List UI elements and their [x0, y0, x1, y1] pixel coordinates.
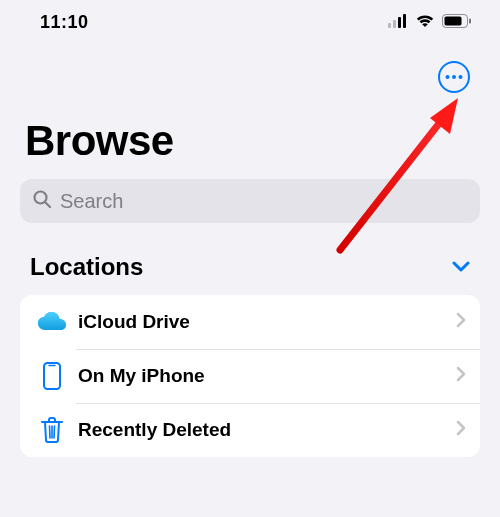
- list-item-icloud-drive[interactable]: iCloud Drive: [20, 295, 480, 349]
- locations-list: iCloud Drive On My iPhone: [20, 295, 480, 457]
- trash-icon: [32, 417, 72, 443]
- list-item-label: Recently Deleted: [72, 419, 456, 441]
- svg-rect-6: [469, 18, 471, 23]
- wifi-icon: [415, 14, 435, 32]
- search-input[interactable]: Search: [20, 179, 480, 223]
- search-icon: [32, 189, 52, 213]
- page-title: Browse: [0, 93, 500, 179]
- list-item-label: iCloud Drive: [72, 311, 456, 333]
- svg-line-11: [45, 202, 50, 207]
- svg-rect-5: [445, 16, 462, 25]
- status-indicators: [388, 14, 472, 32]
- svg-point-8: [452, 75, 456, 79]
- list-item-recently-deleted[interactable]: Recently Deleted: [20, 403, 480, 457]
- list-item-label: On My iPhone: [72, 365, 456, 387]
- list-item-on-my-iphone[interactable]: On My iPhone: [20, 349, 480, 403]
- cloud-icon: [32, 312, 72, 332]
- battery-icon: [442, 14, 472, 32]
- svg-line-15: [50, 426, 51, 438]
- svg-line-17: [54, 426, 55, 438]
- chevron-right-icon: [456, 420, 466, 440]
- svg-rect-0: [388, 23, 391, 28]
- svg-rect-2: [398, 17, 401, 28]
- search-placeholder: Search: [60, 190, 123, 213]
- chevron-right-icon: [456, 366, 466, 386]
- section-title: Locations: [30, 253, 143, 281]
- svg-rect-3: [403, 14, 406, 28]
- more-options-button[interactable]: [438, 61, 470, 93]
- svg-rect-1: [393, 20, 396, 28]
- cellular-icon: [388, 14, 408, 32]
- chevron-right-icon: [456, 312, 466, 332]
- svg-point-9: [459, 75, 463, 79]
- iphone-icon: [32, 362, 72, 390]
- svg-rect-12: [44, 363, 60, 389]
- status-time: 11:10: [40, 12, 89, 33]
- svg-point-7: [446, 75, 450, 79]
- chevron-down-icon: [452, 258, 470, 276]
- status-bar: 11:10: [0, 0, 500, 41]
- ellipsis-icon: [445, 75, 463, 79]
- locations-section-header[interactable]: Locations: [0, 223, 500, 291]
